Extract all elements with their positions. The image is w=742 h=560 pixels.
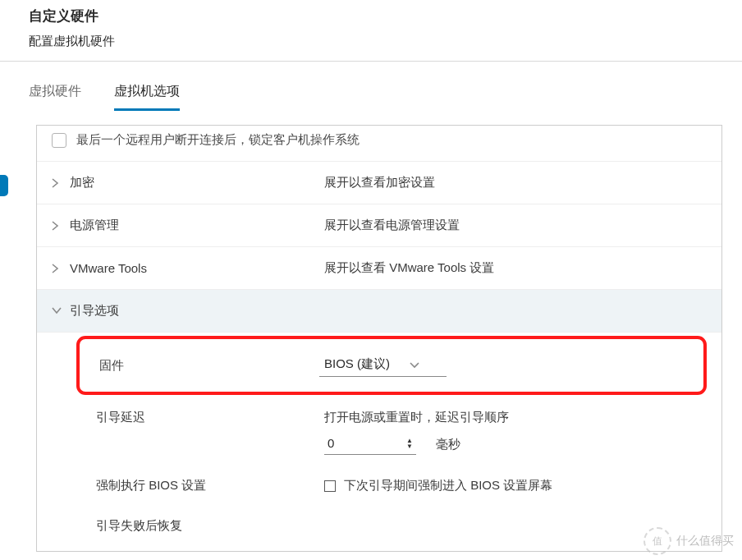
scroll-area[interactable]: 最后一个远程用户断开连接后，锁定客户机操作系统 加密 展开以查看加密设置 电源管… [37,126,721,551]
tab-virtual-hardware[interactable]: 虚拟硬件 [29,83,81,111]
force-bios-checkbox-wrap[interactable]: 下次引导期间强制进入 BIOS 设置屏幕 [324,478,552,493]
tab-bar: 虚拟硬件 虚拟机选项 [0,83,742,112]
boot-delay-row: 引导延迟 打开电源或重置时，延迟引导顺序 0 ▲▼ 毫秒 [37,398,721,466]
boot-delay-value: 0 [327,436,334,450]
force-bios-row: 强制执行 BIOS 设置 下次引导期间强制进入 BIOS 设置屏幕 [37,466,721,507]
watermark-text: 什么值得买 [676,534,734,549]
row-power-value: 展开以查看电源管理设置 [324,218,460,233]
boot-delay-spinner[interactable]: 0 ▲▼ [324,434,416,455]
options-panel: 最后一个远程用户断开连接后，锁定客户机操作系统 加密 展开以查看加密设置 电源管… [36,125,722,552]
row-boot-label: 引导选项 [70,303,324,319]
dialog-header: 自定义硬件 配置虚拟机硬件 [0,0,742,62]
row-encryption[interactable]: 加密 展开以查看加密设置 [37,162,721,204]
row-encryption-value: 展开以查看加密设置 [324,175,435,190]
left-edge-handle[interactable] [0,175,8,196]
row-power-management[interactable]: 电源管理 展开以查看电源管理设置 [37,204,721,247]
firmware-selected-value: BIOS (建议) [324,356,390,372]
watermark-icon: 值 [644,527,671,555]
row-boot-options[interactable]: 引导选项 [37,290,721,333]
lock-guest-row: 最后一个远程用户断开连接后，锁定客户机操作系统 [37,126,721,162]
firmware-label: 固件 [99,358,319,374]
chevron-right-icon [52,221,63,231]
chevron-right-icon [52,178,63,188]
spinner-arrows-icon[interactable]: ▲▼ [406,438,413,449]
firmware-select[interactable]: BIOS (建议) [319,354,447,377]
boot-delay-unit: 毫秒 [436,437,460,452]
tab-vm-options[interactable]: 虚拟机选项 [114,83,180,111]
watermark: 值 什么值得买 [644,527,734,555]
force-bios-label: 强制执行 BIOS 设置 [96,478,324,493]
dialog-title: 自定义硬件 [29,7,713,25]
chevron-down-icon [410,357,419,372]
row-power-label: 电源管理 [70,218,324,233]
chevron-down-icon [52,307,63,314]
lock-guest-checkbox[interactable] [52,133,66,148]
row-vmtools-value: 展开以查看 VMware Tools 设置 [324,260,494,276]
force-bios-checkbox-label: 下次引导期间强制进入 BIOS 设置屏幕 [344,478,552,493]
boot-fail-recovery-label: 引导失败后恢复 [96,518,324,534]
boot-delay-label: 引导延迟 [96,410,324,425]
chevron-right-icon [52,264,63,273]
boot-fail-recovery-row: 引导失败后恢复 [37,507,721,552]
row-vmtools-label: VMware Tools [70,261,324,275]
lock-guest-label: 最后一个远程用户断开连接后，锁定客户机操作系统 [76,132,360,148]
force-bios-checkbox[interactable] [324,480,336,492]
dialog-subtitle: 配置虚拟机硬件 [29,34,713,49]
row-vmware-tools[interactable]: VMware Tools 展开以查看 VMware Tools 设置 [37,247,721,290]
firmware-highlight: 固件 BIOS (建议) [76,336,707,395]
boot-delay-hint: 打开电源或重置时，延迟引导顺序 [324,410,707,425]
row-encryption-label: 加密 [70,175,324,190]
